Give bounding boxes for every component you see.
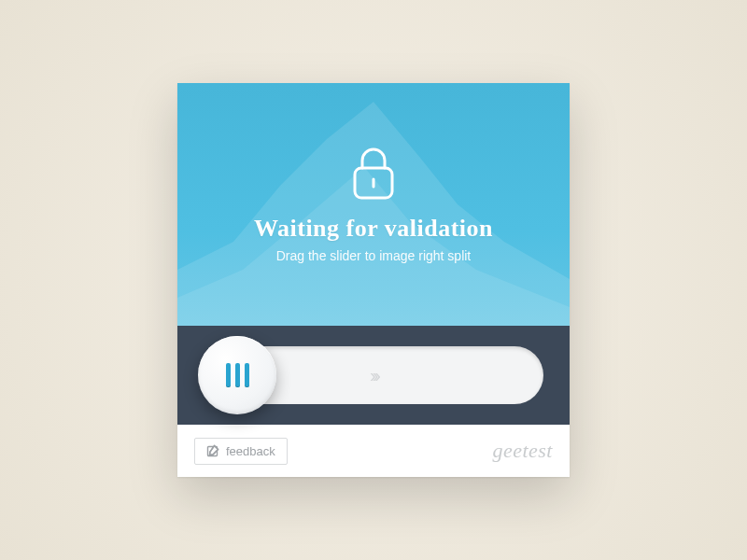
feedback-label: feedback xyxy=(226,444,275,458)
slider-handle[interactable] xyxy=(198,336,276,414)
captcha-card: Waiting for validation Drag the slider t… xyxy=(177,83,570,477)
brand-logo: geetest xyxy=(492,439,553,463)
mountain-backdrop xyxy=(177,83,570,326)
prompt-subtitle: Drag the slider to image right split xyxy=(276,248,472,263)
edit-icon xyxy=(206,444,219,457)
captcha-footer: feedback geetest xyxy=(177,425,570,477)
slider-track[interactable]: ››› xyxy=(204,346,543,404)
captcha-image-area: Waiting for validation Drag the slider t… xyxy=(177,83,570,326)
svg-marker-0 xyxy=(177,102,570,326)
chevron-right-icon: ››› xyxy=(370,365,377,386)
slider-section: ››› xyxy=(177,326,570,425)
grip-icon xyxy=(226,363,249,387)
feedback-button[interactable]: feedback xyxy=(194,438,288,465)
lock-icon xyxy=(349,146,398,202)
prompt-title: Waiting for validation xyxy=(254,215,493,243)
